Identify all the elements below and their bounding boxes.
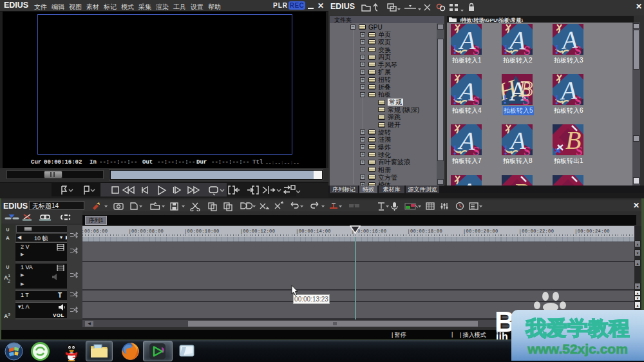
svg-text:A: A: [458, 177, 476, 186]
svg-text:B: B: [565, 126, 581, 155]
svg-text:A: A: [509, 127, 526, 154]
svg-text:B: B: [513, 178, 529, 186]
svg-text:S: S: [522, 93, 529, 105]
svg-text:A: A: [507, 25, 527, 55]
svg-text:!: !: [503, 93, 507, 105]
svg-text:A: A: [458, 26, 476, 55]
svg-text:A: A: [558, 75, 578, 105]
svg-text:J: J: [565, 179, 578, 186]
